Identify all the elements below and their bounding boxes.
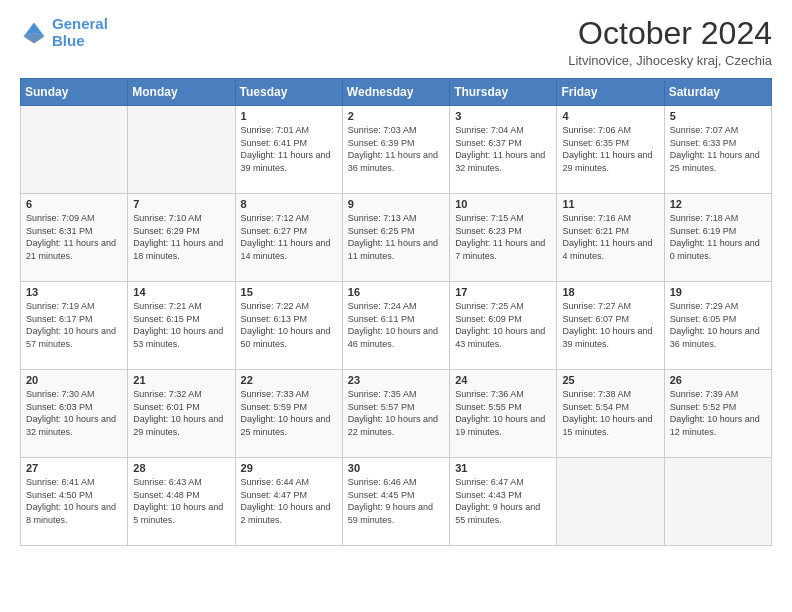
day-info: Sunrise: 6:44 AM Sunset: 4:47 PM Dayligh… xyxy=(241,476,337,526)
day-info: Sunrise: 7:27 AM Sunset: 6:07 PM Dayligh… xyxy=(562,300,658,350)
calendar-header-row: SundayMondayTuesdayWednesdayThursdayFrid… xyxy=(21,79,772,106)
calendar-day-cell: 3Sunrise: 7:04 AM Sunset: 6:37 PM Daylig… xyxy=(450,106,557,194)
calendar-week-row: 13Sunrise: 7:19 AM Sunset: 6:17 PM Dayli… xyxy=(21,282,772,370)
calendar-day-cell: 22Sunrise: 7:33 AM Sunset: 5:59 PM Dayli… xyxy=(235,370,342,458)
day-info: Sunrise: 7:22 AM Sunset: 6:13 PM Dayligh… xyxy=(241,300,337,350)
day-number: 30 xyxy=(348,462,444,474)
day-info: Sunrise: 7:12 AM Sunset: 6:27 PM Dayligh… xyxy=(241,212,337,262)
day-of-week-header: Saturday xyxy=(664,79,771,106)
day-number: 16 xyxy=(348,286,444,298)
day-info: Sunrise: 7:35 AM Sunset: 5:57 PM Dayligh… xyxy=(348,388,444,438)
calendar-day-cell: 2Sunrise: 7:03 AM Sunset: 6:39 PM Daylig… xyxy=(342,106,449,194)
calendar-day-cell: 19Sunrise: 7:29 AM Sunset: 6:05 PM Dayli… xyxy=(664,282,771,370)
calendar: SundayMondayTuesdayWednesdayThursdayFrid… xyxy=(20,78,772,546)
day-of-week-header: Wednesday xyxy=(342,79,449,106)
calendar-day-cell: 23Sunrise: 7:35 AM Sunset: 5:57 PM Dayli… xyxy=(342,370,449,458)
day-number: 28 xyxy=(133,462,229,474)
day-info: Sunrise: 7:36 AM Sunset: 5:55 PM Dayligh… xyxy=(455,388,551,438)
calendar-day-cell xyxy=(128,106,235,194)
calendar-day-cell: 7Sunrise: 7:10 AM Sunset: 6:29 PM Daylig… xyxy=(128,194,235,282)
day-number: 3 xyxy=(455,110,551,122)
calendar-day-cell: 15Sunrise: 7:22 AM Sunset: 6:13 PM Dayli… xyxy=(235,282,342,370)
calendar-day-cell: 11Sunrise: 7:16 AM Sunset: 6:21 PM Dayli… xyxy=(557,194,664,282)
day-info: Sunrise: 7:10 AM Sunset: 6:29 PM Dayligh… xyxy=(133,212,229,262)
calendar-week-row: 20Sunrise: 7:30 AM Sunset: 6:03 PM Dayli… xyxy=(21,370,772,458)
calendar-day-cell: 9Sunrise: 7:13 AM Sunset: 6:25 PM Daylig… xyxy=(342,194,449,282)
day-info: Sunrise: 6:43 AM Sunset: 4:48 PM Dayligh… xyxy=(133,476,229,526)
calendar-day-cell xyxy=(664,458,771,546)
day-info: Sunrise: 7:09 AM Sunset: 6:31 PM Dayligh… xyxy=(26,212,122,262)
day-number: 21 xyxy=(133,374,229,386)
day-of-week-header: Monday xyxy=(128,79,235,106)
logo-text: General Blue xyxy=(52,16,108,49)
day-number: 10 xyxy=(455,198,551,210)
calendar-day-cell: 8Sunrise: 7:12 AM Sunset: 6:27 PM Daylig… xyxy=(235,194,342,282)
day-info: Sunrise: 7:32 AM Sunset: 6:01 PM Dayligh… xyxy=(133,388,229,438)
calendar-day-cell: 29Sunrise: 6:44 AM Sunset: 4:47 PM Dayli… xyxy=(235,458,342,546)
day-info: Sunrise: 7:06 AM Sunset: 6:35 PM Dayligh… xyxy=(562,124,658,174)
calendar-day-cell: 25Sunrise: 7:38 AM Sunset: 5:54 PM Dayli… xyxy=(557,370,664,458)
day-number: 8 xyxy=(241,198,337,210)
calendar-day-cell: 31Sunrise: 6:47 AM Sunset: 4:43 PM Dayli… xyxy=(450,458,557,546)
logo: General Blue xyxy=(20,16,108,49)
calendar-week-row: 1Sunrise: 7:01 AM Sunset: 6:41 PM Daylig… xyxy=(21,106,772,194)
day-info: Sunrise: 7:18 AM Sunset: 6:19 PM Dayligh… xyxy=(670,212,766,262)
calendar-day-cell: 27Sunrise: 6:41 AM Sunset: 4:50 PM Dayli… xyxy=(21,458,128,546)
day-number: 22 xyxy=(241,374,337,386)
day-number: 24 xyxy=(455,374,551,386)
calendar-day-cell: 18Sunrise: 7:27 AM Sunset: 6:07 PM Dayli… xyxy=(557,282,664,370)
day-number: 29 xyxy=(241,462,337,474)
calendar-day-cell: 17Sunrise: 7:25 AM Sunset: 6:09 PM Dayli… xyxy=(450,282,557,370)
day-info: Sunrise: 7:29 AM Sunset: 6:05 PM Dayligh… xyxy=(670,300,766,350)
day-info: Sunrise: 7:13 AM Sunset: 6:25 PM Dayligh… xyxy=(348,212,444,262)
day-info: Sunrise: 6:46 AM Sunset: 4:45 PM Dayligh… xyxy=(348,476,444,526)
day-number: 19 xyxy=(670,286,766,298)
calendar-day-cell: 21Sunrise: 7:32 AM Sunset: 6:01 PM Dayli… xyxy=(128,370,235,458)
day-number: 23 xyxy=(348,374,444,386)
day-info: Sunrise: 7:03 AM Sunset: 6:39 PM Dayligh… xyxy=(348,124,444,174)
day-info: Sunrise: 7:39 AM Sunset: 5:52 PM Dayligh… xyxy=(670,388,766,438)
calendar-day-cell xyxy=(21,106,128,194)
logo-icon xyxy=(20,19,48,47)
calendar-day-cell: 10Sunrise: 7:15 AM Sunset: 6:23 PM Dayli… xyxy=(450,194,557,282)
day-number: 17 xyxy=(455,286,551,298)
calendar-week-row: 6Sunrise: 7:09 AM Sunset: 6:31 PM Daylig… xyxy=(21,194,772,282)
day-number: 7 xyxy=(133,198,229,210)
location: Litvinovice, Jihocesky kraj, Czechia xyxy=(568,53,772,68)
day-of-week-header: Sunday xyxy=(21,79,128,106)
calendar-week-row: 27Sunrise: 6:41 AM Sunset: 4:50 PM Dayli… xyxy=(21,458,772,546)
calendar-day-cell: 16Sunrise: 7:24 AM Sunset: 6:11 PM Dayli… xyxy=(342,282,449,370)
day-number: 9 xyxy=(348,198,444,210)
day-info: Sunrise: 7:21 AM Sunset: 6:15 PM Dayligh… xyxy=(133,300,229,350)
calendar-day-cell: 14Sunrise: 7:21 AM Sunset: 6:15 PM Dayli… xyxy=(128,282,235,370)
day-number: 13 xyxy=(26,286,122,298)
day-of-week-header: Thursday xyxy=(450,79,557,106)
day-number: 11 xyxy=(562,198,658,210)
day-info: Sunrise: 7:30 AM Sunset: 6:03 PM Dayligh… xyxy=(26,388,122,438)
day-number: 2 xyxy=(348,110,444,122)
day-info: Sunrise: 7:25 AM Sunset: 6:09 PM Dayligh… xyxy=(455,300,551,350)
day-info: Sunrise: 7:24 AM Sunset: 6:11 PM Dayligh… xyxy=(348,300,444,350)
day-number: 31 xyxy=(455,462,551,474)
calendar-day-cell: 13Sunrise: 7:19 AM Sunset: 6:17 PM Dayli… xyxy=(21,282,128,370)
page: General Blue October 2024 Litvinovice, J… xyxy=(0,0,792,612)
day-number: 27 xyxy=(26,462,122,474)
day-info: Sunrise: 7:15 AM Sunset: 6:23 PM Dayligh… xyxy=(455,212,551,262)
day-number: 15 xyxy=(241,286,337,298)
day-number: 4 xyxy=(562,110,658,122)
calendar-day-cell: 24Sunrise: 7:36 AM Sunset: 5:55 PM Dayli… xyxy=(450,370,557,458)
day-info: Sunrise: 7:33 AM Sunset: 5:59 PM Dayligh… xyxy=(241,388,337,438)
day-info: Sunrise: 7:01 AM Sunset: 6:41 PM Dayligh… xyxy=(241,124,337,174)
day-info: Sunrise: 7:19 AM Sunset: 6:17 PM Dayligh… xyxy=(26,300,122,350)
calendar-day-cell: 12Sunrise: 7:18 AM Sunset: 6:19 PM Dayli… xyxy=(664,194,771,282)
day-number: 6 xyxy=(26,198,122,210)
day-number: 5 xyxy=(670,110,766,122)
day-number: 12 xyxy=(670,198,766,210)
calendar-day-cell: 6Sunrise: 7:09 AM Sunset: 6:31 PM Daylig… xyxy=(21,194,128,282)
calendar-day-cell: 1Sunrise: 7:01 AM Sunset: 6:41 PM Daylig… xyxy=(235,106,342,194)
day-number: 1 xyxy=(241,110,337,122)
month-title: October 2024 xyxy=(568,16,772,51)
day-number: 14 xyxy=(133,286,229,298)
day-info: Sunrise: 7:16 AM Sunset: 6:21 PM Dayligh… xyxy=(562,212,658,262)
day-of-week-header: Friday xyxy=(557,79,664,106)
